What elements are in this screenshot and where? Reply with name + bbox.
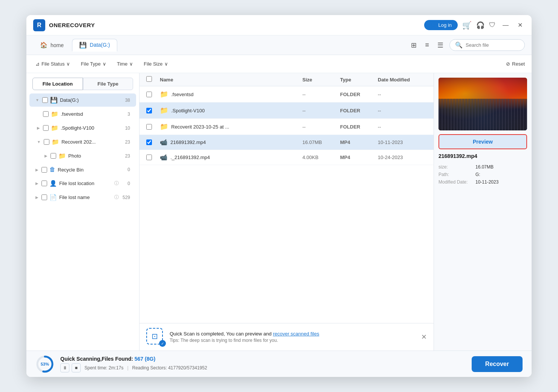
nav-tabs-left: 🏠 home 💾 Data(G:) (33, 39, 117, 52)
search-icon: 🔍 (455, 41, 463, 49)
sidebar-checkbox-spotlight[interactable] (43, 125, 49, 131)
meta-size-row: size: 16.07MB (438, 164, 527, 170)
header-date: Date Modified (378, 77, 427, 83)
shield-icon[interactable]: 🛡 (489, 21, 496, 29)
header-size: Size (302, 77, 340, 83)
recover-button[interactable]: Recover (472, 356, 523, 372)
status-title: Quick Scanning,Files Found: 567 (8G) (60, 356, 466, 362)
title-bar-left: R ONERECOVERY (33, 19, 95, 31)
sidebar-item-fseventsd[interactable]: ▶ 📁 .fseventsd 3 (29, 107, 136, 121)
stop-button[interactable]: ■ (72, 363, 81, 372)
status-bar: 53% Quick Scanning,Files Found: 567 (8G)… (26, 351, 532, 377)
select-all-checkbox[interactable] (146, 76, 152, 82)
search-box[interactable]: 🔍 (449, 39, 525, 51)
notification-title: Quick Scan is completed, You can preview… (170, 331, 416, 337)
folder-icon: 📁 (58, 152, 66, 159)
filter-icon: ⊿ (35, 61, 40, 67)
sidebar-item-file-lost-name[interactable]: ▶ 📄 File lost name ⓘ 529 (29, 191, 136, 204)
progress-label: 53% (41, 362, 49, 366)
sidebar-checkbox-recycle-bin[interactable] (41, 167, 47, 173)
notification-text: Quick Scan is completed, You can preview… (170, 331, 416, 343)
expander-icon: ▶ (35, 195, 38, 199)
sidebar-item-file-lost-location[interactable]: ▶ 👤 File lost location ⓘ 0 (29, 177, 136, 190)
status-divider: | (127, 365, 128, 371)
header-checkbox-col[interactable] (146, 76, 160, 83)
scan-icon: ⊡ (152, 332, 158, 341)
sidebar-item-data-g[interactable]: ▼ 💾 Data(G:) 38 (29, 93, 136, 107)
table-row[interactable]: 📁 .fseventsd -- FOLDER -- (140, 86, 434, 103)
info-icon-location: ⓘ (114, 180, 119, 187)
row-checkbox[interactable] (146, 139, 152, 145)
row-checkbox[interactable] (146, 108, 152, 113)
tab-data-g[interactable]: 💾 Data(G:) (72, 39, 117, 52)
scan-check-icon: ✓ (159, 340, 166, 347)
table-row[interactable]: 📹 216891392.mp4 16.07MB MP4 10-11-2023 (140, 135, 434, 150)
notification-tip: Tips: The deep scan is trying to find mo… (170, 338, 416, 343)
pause-button[interactable]: ⏸ (60, 363, 69, 372)
file-table-header: Name Size Type Date Modified (140, 73, 434, 86)
detailed-list-view-button[interactable]: ≡ (423, 40, 431, 51)
video-icon: 📹 (160, 154, 167, 161)
file-table-body: 📁 .fseventsd -- FOLDER -- 📁 .Spotlight-V… (140, 86, 434, 351)
simple-list-view-button[interactable]: ☰ (435, 40, 446, 51)
row-checkbox[interactable] (146, 92, 152, 97)
reset-icon: ⊘ (506, 61, 510, 67)
row-checkbox[interactable] (146, 124, 152, 130)
expander-icon: ▶ (44, 154, 48, 158)
sidebar-checkbox-data-g[interactable] (42, 97, 48, 103)
table-row[interactable]: 📁 .Spotlight-V100 -- FOLDER -- (140, 103, 434, 119)
filter-bar: ⊿ File Status ∨ File Type ∨ Time ∨ File … (26, 55, 532, 73)
preview-button[interactable]: Preview (438, 134, 527, 149)
nav-tabs: 🏠 home 💾 Data(G:) ⊞ ≡ ☰ 🔍 (26, 35, 532, 55)
cart-icon[interactable]: 🛒 (462, 21, 472, 30)
title-bar: R ONERECOVERY 👤 Log in 🛒 🎧 🛡 — ✕ (26, 15, 532, 35)
sidebar-item-recycle-bin[interactable]: ▶ 🗑 Recycle Bin 0 (29, 163, 136, 176)
login-button[interactable]: 👤 Log in (424, 20, 458, 30)
app-name: ONERECOVERY (49, 22, 95, 28)
sidebar-checkbox-recoverit[interactable] (44, 139, 49, 145)
filter-size-button[interactable]: File Size ∨ (141, 60, 170, 68)
chevron-down-icon: ∨ (103, 61, 106, 67)
folder-icon: 📁 (160, 122, 168, 131)
preview-image (438, 78, 527, 130)
status-info: Quick Scanning,Files Found: 567 (8G) ⏸ ■… (60, 356, 466, 372)
progress-circle: 53% (35, 355, 54, 374)
filter-status-button[interactable]: ⊿ File Status ∨ (33, 60, 72, 68)
sidebar-checkbox-lost-name[interactable] (41, 194, 47, 200)
header-name: Name (160, 77, 302, 83)
sidebar-item-recoverit[interactable]: ▼ 📁 Recoverit 202... 23 (29, 135, 136, 149)
sidebar-item-spotlight[interactable]: ▶ 📁 .Spotlight-V100 10 (29, 121, 136, 135)
filter-type-button[interactable]: File Type ∨ (78, 60, 109, 68)
sidebar-item-photo[interactable]: ▶ 📁 Photo 23 (29, 149, 136, 162)
recover-link[interactable]: recover scanned files (273, 331, 319, 337)
sidebar-checkbox-fseventsd[interactable] (43, 111, 49, 117)
toggle-file-location[interactable]: File Location (32, 78, 83, 90)
reading-sectors: Reading Sectors: 4177920/57341952 (132, 365, 207, 371)
nav-tabs-right: ⊞ ≡ ☰ 🔍 (409, 39, 525, 51)
main-content: File Location File Type ▼ 💾 Data(G:) 38 … (26, 73, 532, 351)
chevron-down-icon: ∨ (66, 61, 70, 67)
table-row[interactable]: 📹 ._216891392.mp4 4.00KB MP4 10-24-2023 (140, 150, 434, 165)
tab-home[interactable]: 🏠 home (33, 39, 71, 51)
sidebar-checkbox-photo[interactable] (51, 153, 56, 159)
grid-view-button[interactable]: ⊞ (409, 40, 419, 51)
notification-banner: ⊡ ✓ Quick Scan is completed, You can pre… (140, 323, 434, 351)
folder-icon: 📁 (51, 124, 58, 132)
header-type: Type (340, 77, 378, 83)
search-input[interactable] (466, 42, 519, 48)
headset-icon[interactable]: 🎧 (476, 21, 484, 29)
user-icon: 👤 (49, 180, 57, 187)
reset-button[interactable]: ⊘ Reset (506, 61, 525, 67)
minimize-button[interactable]: — (500, 21, 511, 29)
spent-time: Spent time: 2m:17s (84, 365, 123, 371)
status-controls: ⏸ ■ (60, 363, 81, 372)
row-checkbox[interactable] (146, 155, 152, 160)
table-row[interactable]: 📁 Recoverit 2023-10-25 at ... -- FOLDER … (140, 119, 434, 135)
close-button[interactable]: ✕ (515, 21, 525, 29)
sidebar-checkbox-lost-location[interactable] (41, 181, 47, 186)
toggle-file-type[interactable]: File Type (83, 78, 133, 90)
file-area: Name Size Type Date Modified 📁 .fsevents… (140, 73, 434, 351)
sidebar: File Location File Type ▼ 💾 Data(G:) 38 … (26, 73, 140, 351)
notification-close-button[interactable]: ✕ (421, 333, 427, 341)
filter-time-button[interactable]: Time ∨ (115, 60, 135, 68)
